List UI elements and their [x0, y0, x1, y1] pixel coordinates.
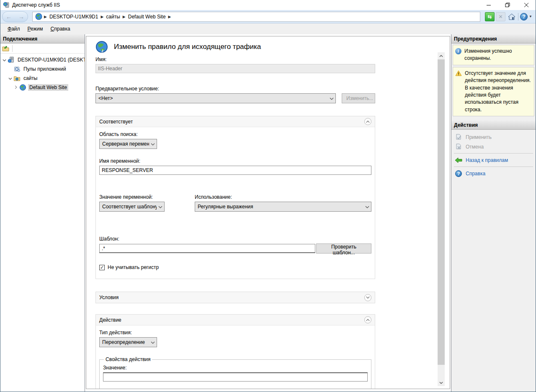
breadcrumb[interactable]: ▶ DESKTOP-U1MK9D1 ▶ сайты ▶ Default Web … [32, 12, 480, 22]
warnings-header: Предупреждения [451, 34, 536, 44]
apply-label: Применить [466, 134, 492, 140]
tree-item-app-pools[interactable]: Пулы приложений [1, 64, 85, 74]
ignore-case-label: Не учитывать регистр [108, 264, 159, 270]
back-button[interactable]: ← [6, 14, 12, 20]
actions-divider [454, 167, 533, 167]
help-label[interactable]: Справка [466, 171, 485, 177]
scroll-up-icon[interactable] [438, 52, 445, 59]
stop-button: ✕ [496, 12, 505, 21]
tree-default-web-site-label[interactable]: Default Web Site [28, 84, 68, 91]
forward-button[interactable]: → [18, 14, 24, 20]
conditions-section-header[interactable]: Условия [96, 292, 375, 303]
back-arrow-icon [455, 157, 462, 164]
apply-action: Применить [455, 134, 533, 141]
collapse-chevron-icon[interactable] [1, 57, 7, 63]
menu-file[interactable]: Файл [4, 24, 24, 33]
tree-item-sites[interactable]: сайты [1, 74, 85, 83]
checkbox-checked-icon[interactable]: ✓ [99, 265, 105, 270]
minimize-button[interactable] [479, 0, 498, 10]
address-toolbar: ⇆ ✕ ? ▼ [484, 12, 532, 21]
warning-alert: Отсутствует значение для действия переоп… [453, 67, 534, 116]
conditions-section: Условия [95, 292, 375, 303]
action-section-header[interactable]: Действие [96, 315, 375, 325]
nav-buttons: ← → [2, 11, 28, 22]
tree-item-default-web-site[interactable]: Default Web Site [1, 83, 85, 92]
action-properties-title: Свойства действия [104, 356, 152, 362]
pattern-label: Шаблон: [99, 236, 371, 242]
scope-label: Область поиска: [99, 131, 371, 137]
variable-name-input[interactable] [99, 166, 371, 175]
variable-value-select[interactable]: Соответствует шаблону [99, 202, 165, 212]
rule-form: Изменить правило для исходящего трафика … [95, 36, 375, 389]
refresh-button[interactable]: ⇆ [485, 12, 495, 21]
crumb-separator-icon: ▶ [168, 15, 171, 19]
save-connections-icon[interactable] [2, 45, 10, 52]
info-alert: i Изменения успешно сохранены. [453, 45, 534, 65]
precondition-value: <Нет> [98, 95, 328, 101]
scope-value: Серверная переменн [102, 141, 149, 147]
chevron-down-icon [158, 204, 162, 210]
conditions-section-title: Условия [99, 295, 364, 300]
connections-toolbar [0, 44, 85, 54]
address-band: ← → ▶ DESKTOP-U1MK9D1 ▶ сайты ▶ Default … [0, 10, 536, 23]
crumb-sites[interactable]: сайты [106, 14, 120, 20]
tree-item-server[interactable]: DESKTOP-U1MK9D1 (DESKTOP [1, 55, 85, 64]
connections-tree: DESKTOP-U1MK9D1 (DESKTOP Пулы приложений [0, 54, 85, 92]
tree-server-label[interactable]: DESKTOP-U1MK9D1 (DESKTOP [16, 56, 85, 63]
chevron-down-icon [151, 339, 155, 345]
back-to-rules-label[interactable]: Назад к правилам [466, 157, 508, 163]
app-icon [3, 2, 10, 8]
crumb-default-web-site[interactable]: Default Web Site [128, 14, 166, 20]
info-alert-text: Изменения успешно сохранены. [464, 48, 532, 62]
tree-app-pools-label[interactable]: Пулы приложений [22, 66, 67, 72]
home-button[interactable] [507, 12, 516, 21]
name-label: Имя: [95, 56, 375, 62]
back-to-rules-action[interactable]: Назад к правилам [455, 157, 533, 164]
scrollbar-thumb[interactable] [438, 59, 445, 365]
menu-view[interactable]: Режим [24, 24, 47, 33]
edit-precondition-button: Изменить... [342, 93, 375, 103]
actions-divider [454, 153, 533, 154]
menu-help[interactable]: Справка [47, 24, 74, 33]
chevron-down-icon [365, 204, 369, 210]
collapse-section-icon[interactable] [364, 316, 371, 323]
pattern-input[interactable] [99, 244, 315, 253]
expand-chevron-icon[interactable] [13, 85, 19, 90]
using-label: Использование: [195, 194, 371, 200]
actions-list: Применить Отмена [451, 130, 536, 183]
outbound-rule-globe-icon [95, 41, 108, 53]
help-action[interactable]: ? Справка [455, 170, 533, 177]
scope-select[interactable]: Серверная переменн [99, 139, 157, 149]
help-icon[interactable]: ? [520, 13, 528, 20]
cancel-action: Отмена [455, 143, 533, 150]
collapse-chevron-icon[interactable] [7, 75, 13, 81]
page-header: Изменить правило для исходящего трафика [95, 41, 375, 53]
close-button[interactable] [517, 0, 536, 10]
test-pattern-button[interactable]: Проверить шаблон... [316, 243, 371, 254]
action-section-title: Действие [99, 317, 364, 323]
help-dropdown-caret-icon[interactable]: ▼ [529, 15, 532, 18]
cancel-label: Отмена [466, 144, 484, 150]
toolbar-divider [518, 13, 518, 20]
action-properties-group: Свойства действия Значение: ✓ Заменить д… [99, 356, 371, 389]
collapse-section-icon[interactable] [364, 118, 371, 125]
toolbar-divider [12, 45, 13, 52]
center-area: Изменить правило для исходящего трафика … [85, 34, 451, 392]
page-title: Изменить правило для исходящего трафика [114, 43, 261, 51]
tree-sites-label[interactable]: сайты [22, 75, 39, 82]
using-select[interactable]: Регулярные выражения [195, 202, 371, 212]
precondition-select[interactable]: <Нет> [95, 93, 336, 103]
scroll-down-icon[interactable] [438, 379, 445, 386]
chevron-down-icon [330, 95, 334, 101]
ignore-case-checkbox-row[interactable]: ✓ Не учитывать регистр [99, 264, 371, 270]
expand-section-icon[interactable] [364, 294, 371, 301]
site-globe-icon [35, 13, 42, 20]
using-value: Регулярные выражения [198, 204, 363, 210]
actions-panel: Предупреждения i Изменения успешно сохра… [451, 34, 536, 392]
value-input[interactable] [103, 372, 368, 382]
vertical-scrollbar[interactable] [438, 52, 445, 386]
match-section-header[interactable]: Соответствует [96, 116, 375, 127]
crumb-server[interactable]: DESKTOP-U1MK9D1 [49, 14, 98, 20]
restore-button[interactable] [498, 0, 517, 10]
action-type-select[interactable]: Переопределение [99, 337, 157, 347]
